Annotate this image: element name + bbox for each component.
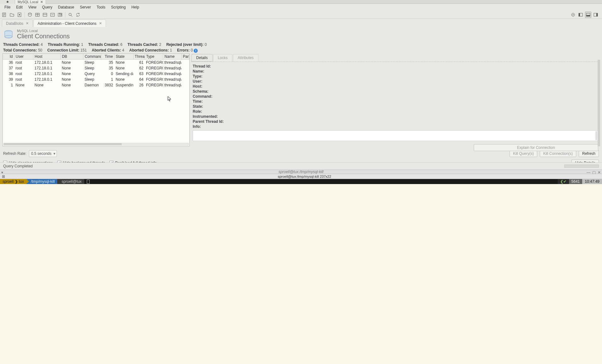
tab-locks[interactable]: Locks [213,54,232,62]
menu-view[interactable]: View [26,4,39,10]
settings-icon[interactable] [570,12,576,18]
explain-button[interactable]: Explain for Connection [474,144,598,151]
col-user[interactable]: User [14,54,33,60]
tab-attributes[interactable]: Attributes [233,54,258,62]
terminal-title: sproell@tux:/tmp/mysql-kill [279,170,323,174]
info-icon[interactable]: i [194,49,198,53]
info-textarea[interactable] [193,130,598,141]
col-command[interactable]: Command [83,54,101,60]
db-table-icon[interactable] [34,12,41,18]
detail-user: User: [193,79,598,84]
page-title: Client Connections [17,33,70,40]
stat-value: 1 [81,42,83,47]
stat-label: Threads Created: [88,42,119,47]
status-scrollbar[interactable] [564,165,599,168]
prompt-path: /tmp/mysql-kill [26,179,57,184]
refresh-rate-select[interactable]: 0.5 seconds ▾ [29,150,57,157]
table-row[interactable]: 37root172.18.0.1NoneSleep35None62FOREGRO… [3,65,189,71]
new-sql-icon[interactable] [1,12,8,18]
stat-value: 4 [41,42,43,47]
detail-state: State: [193,104,598,109]
svg-point-11 [573,14,574,15]
server-icon [3,29,14,40]
table-row[interactable]: 36root172.18.0.1NoneSleep35None61FOREGRO… [3,59,189,65]
terminal-title-bar[interactable]: ▾ sproell@tux:/tmp/mysql-kill —▢✕ [0,170,602,174]
detail-tab-bar: Details Locks Attributes [191,54,599,62]
db-add-icon[interactable] [27,12,33,18]
detail-thread-id: Thread Id: [193,64,598,69]
vertical-scrollbar[interactable] [595,131,597,140]
close-icon[interactable]: ✕ [26,21,29,25]
search-icon[interactable] [67,12,74,18]
detail-host: Host: [193,84,598,89]
detail-schema: Schema: [193,89,598,94]
prompt-status-ok: ❮ ✔ [558,179,569,184]
svg-rect-15 [586,15,590,16]
col-type[interactable]: Type [145,54,163,60]
separator [65,12,65,18]
db-proc-icon[interactable] [49,12,56,18]
db-func-icon[interactable]: fx [57,12,63,18]
terminal-prompt[interactable]: sproell ❯ tux /tmp/mysql-kill sproell@tu… [0,179,602,184]
prompt-history-num: 5641 [569,179,583,184]
table-row[interactable]: 38root172.18.0.1NoneQuery0Sending data63… [3,71,189,77]
pane-split-icon[interactable]: ⊞ [0,174,7,179]
col-parent[interactable]: Par [181,54,189,60]
col-id[interactable]: Id [3,54,14,60]
detail-name: Name: [193,69,598,74]
col-thread[interactable]: Thread [133,54,145,60]
document-tab-bar: DataBlobs ✕ Administration - Client Conn… [0,19,602,27]
db-view-icon[interactable] [42,12,48,18]
detail-instrumented: Instrumented: [193,114,598,119]
menu-help[interactable]: Help [129,4,142,10]
stat-label: Threads Connected: [3,42,40,47]
connection-tab[interactable]: MySQL Local ✕ [15,0,46,4]
home-tab[interactable] [0,0,15,4]
panel-bottom-icon[interactable] [585,12,591,18]
separator [25,12,25,18]
tab-datablobs[interactable]: DataBlobs ✕ [2,19,33,27]
col-host[interactable]: Host [33,54,61,60]
tab-details[interactable]: Details [191,54,213,62]
connections-table[interactable]: Id User Host DB Command Time State Threa… [3,53,190,146]
col-time[interactable]: Time [101,54,114,60]
horizontal-scrollbar[interactable] [3,143,189,145]
open-sql-icon[interactable] [9,12,15,18]
stat-value: 0 [191,48,193,52]
stat-label: Threads Cached: [127,42,158,47]
svg-text:fx: fx [59,12,62,17]
vertical-scrollbar[interactable] [598,60,600,146]
menu-database[interactable]: Database [56,4,77,10]
reconnect-icon[interactable] [75,12,81,18]
prompt-time: 10:47:49 [582,179,602,184]
detail-info: Info: [193,124,598,129]
col-state[interactable]: State [114,54,133,60]
close-icon[interactable]: ✕ [40,0,43,4]
detail-parent: Parent Thread Id: [193,119,598,124]
chevron-down-icon: ▾ [53,151,55,156]
menu-query[interactable]: Query [40,4,55,10]
detail-role: Role: [193,109,598,114]
menu-server[interactable]: Server [77,4,93,10]
panel-left-icon[interactable] [577,12,584,18]
svg-rect-13 [579,13,580,16]
menu-edit[interactable]: Edit [14,4,25,10]
terminal-cursor [87,180,90,184]
stat-label: Connection Limit: [47,48,79,52]
table-row[interactable]: 39root172.18.0.1NoneSleep1None64FOREGROU… [3,77,189,82]
col-name[interactable]: Name [163,54,181,60]
tab-label: Administration - Client Connections [37,21,96,26]
tab-client-connections[interactable]: Administration - Client Connections ✕ [33,19,106,27]
connection-tab-bar: MySQL Local ✕ [0,0,602,4]
panel-right-icon[interactable] [593,12,599,18]
stat-value: 6 [120,42,123,47]
status-bar: Query Completed [0,162,602,169]
menu-scripting[interactable]: Scripting [108,4,128,10]
terminal-body[interactable] [0,184,602,364]
menu-tools[interactable]: Tools [94,4,108,10]
close-icon[interactable]: ✕ [99,21,102,25]
sql-script-icon[interactable] [16,12,23,18]
table-row[interactable]: 1NoneNoneNoneDaemon3832Suspending26FOREG… [3,82,189,88]
menu-file[interactable]: File [2,4,13,10]
col-db[interactable]: DB [60,54,83,60]
